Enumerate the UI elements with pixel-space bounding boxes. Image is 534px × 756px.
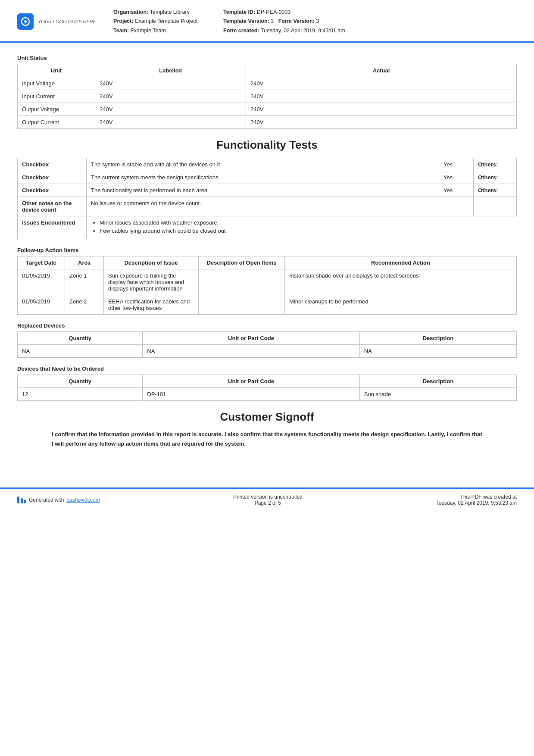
form-version-label: Form Version: (278, 18, 315, 24)
logo-box: YOUR LOGO GOES HERE (17, 13, 96, 30)
customer-signoff-text: I confirm that the information provided … (17, 430, 517, 449)
unit-status-header-row: Unit Labelled Actual (18, 64, 517, 77)
functionality-heading: Functionality Tests (17, 138, 517, 152)
table-cell: Output Voltage (18, 103, 95, 116)
team-row: Team: Example Team (113, 26, 197, 35)
footer-center: Printed version is uncontrolled Page 2 o… (233, 494, 303, 506)
unit-status-table: Unit Labelled Actual Input Voltage240V24… (17, 64, 517, 129)
table-cell: Sun shade (359, 387, 516, 400)
table-cell: NA (359, 344, 516, 357)
table-row: Input Voltage240V240V (18, 77, 517, 90)
replaced-devices-label: Replaced Devices (17, 322, 517, 329)
followup-table: Target Date Area Description of Issue De… (17, 256, 517, 315)
labelled-col-header: Labelled (95, 64, 246, 77)
unit-col-header: Unit (18, 64, 95, 77)
replaced-header-row: Quantity Unit or Part Code Description (18, 331, 517, 344)
order-col-code: Unit or Part Code (143, 375, 360, 387)
func-value-cell: Yes (439, 158, 474, 171)
followup-cell (199, 269, 285, 295)
org-row: Organisation: Template Library (113, 8, 197, 17)
func-desc-cell: Minor issues associated with weather exp… (87, 216, 439, 239)
followup-body: 01/05/2019Zone 1Sun exposure is ruining … (18, 269, 517, 314)
table-cell: Input Current (18, 90, 95, 103)
footer-left: Generated with dashpivot.com (17, 497, 100, 503)
actual-col-header: Actual (246, 64, 517, 77)
template-version-value: 3 (271, 18, 274, 24)
page-header: YOUR LOGO GOES HERE Organisation: Templa… (0, 0, 534, 43)
org-value: Template Library (150, 9, 190, 15)
list-item: Few cables lying around which could be c… (100, 228, 434, 234)
func-desc-cell: The system is stable and with all of the… (87, 158, 439, 171)
replaced-col-qty: Quantity (18, 331, 143, 344)
project-value: Example Template Project (135, 18, 197, 24)
followup-cell: Minor cleanups to be performed (285, 295, 517, 314)
func-label-cell: Other notes on the device count (18, 197, 87, 216)
table-row: NANANA (18, 344, 517, 357)
table-cell: NA (143, 344, 360, 357)
footer-bar-1 (17, 497, 19, 503)
unit-status-label: Unit Status (17, 55, 517, 61)
followup-col-issue: Description of Issue (104, 256, 199, 269)
order-header-row: Quantity Unit or Part Code Description (18, 375, 517, 387)
func-value-cell: Yes (439, 184, 474, 197)
main-content: Unit Status Unit Labelled Actual Input V… (0, 43, 534, 470)
page-footer: Generated with dashpivot.com Printed ver… (0, 487, 534, 511)
form-version-value: 3 (316, 18, 319, 24)
followup-cell: 01/05/2019 (18, 269, 65, 295)
func-others-cell: Others: (474, 171, 517, 184)
header-col-left: Organisation: Template Library Project: … (113, 8, 197, 35)
footer-bar-3 (24, 500, 26, 503)
func-label-cell: Checkbox (18, 158, 87, 171)
logo-text: YOUR LOGO GOES HERE (38, 19, 96, 25)
followup-cell: Install sun shade over all displays to p… (285, 269, 517, 295)
func-desc-cell: The functionality test is performed in e… (87, 184, 439, 197)
table-cell: 240V (246, 116, 517, 128)
followup-cell: EEHA rectification for cables and other … (104, 295, 199, 314)
func-label-cell: Issues Encountered (18, 216, 87, 239)
followup-col-recommended: Recommended Action (285, 256, 517, 269)
followup-cell: Sun exposure is ruining the display face… (104, 269, 199, 295)
template-id-value: DP-PEA-0003 (257, 9, 291, 15)
devices-to-order-table: Quantity Unit or Part Code Description 1… (17, 375, 517, 401)
table-cell: 240V (95, 116, 246, 128)
form-created-label: Form created: (223, 28, 259, 34)
versions-row: Template Version: 3 Form Version: 3 (223, 17, 345, 26)
team-label: Team: (113, 28, 129, 34)
project-label: Project: (113, 18, 134, 24)
org-label: Organisation: (113, 9, 148, 15)
table-cell: 240V (95, 77, 246, 90)
table-row: Output Voltage240V240V (18, 103, 517, 116)
generated-with-text: Generated with (29, 497, 64, 503)
func-others-cell (474, 197, 517, 216)
func-others-cell: Others: (474, 184, 517, 197)
footer-bar-2 (21, 498, 23, 503)
followup-cell: Zone 2 (65, 295, 104, 314)
func-desc-cell: The current system meets the design spec… (87, 171, 439, 184)
devices-to-order-label: Devices that Need to be Ordered (17, 366, 517, 372)
form-created-row: Form created: Tuesday, 02 April 2019, 9:… (223, 26, 345, 35)
replaced-body: NANANA (18, 344, 517, 357)
functionality-tests-table: CheckboxThe system is stable and with al… (17, 158, 517, 239)
table-row: CheckboxThe functionality test is perfor… (18, 184, 517, 197)
page-number: Page 2 of 5 (233, 500, 303, 506)
footer-logo (17, 497, 26, 503)
template-id-row: Template ID: DP-PEA-0003 (223, 8, 345, 17)
dashpivot-link[interactable]: dashpivot.com (66, 497, 100, 503)
uncontrolled-text: Printed version is uncontrolled (233, 494, 303, 500)
unit-status-body: Input Voltage240V240VInput Current240V24… (18, 77, 517, 128)
pdf-timestamp: Tuesday, 02 April 2019, 9:53:23 am (436, 500, 517, 506)
customer-signoff-section: Customer Signoff I confirm that the info… (17, 410, 517, 449)
table-cell: 240V (95, 103, 246, 116)
func-others-cell: Others: (474, 158, 517, 171)
func-value-cell (439, 197, 474, 216)
followup-col-open: Description of Open Items (199, 256, 285, 269)
table-cell: NA (18, 344, 143, 357)
team-value: Example Team (130, 28, 166, 34)
table-row: 01/05/2019Zone 1Sun exposure is ruining … (18, 269, 517, 295)
table-row: Input Current240V240V (18, 90, 517, 103)
form-created-value: Tuesday, 02 April 2019, 9:43:01 am (261, 28, 345, 34)
table-cell: 240V (246, 103, 517, 116)
followup-cell (199, 295, 285, 314)
pdf-created-label: This PDF was created at (436, 494, 517, 500)
table-row: Other notes on the device countNo issues… (18, 197, 517, 216)
